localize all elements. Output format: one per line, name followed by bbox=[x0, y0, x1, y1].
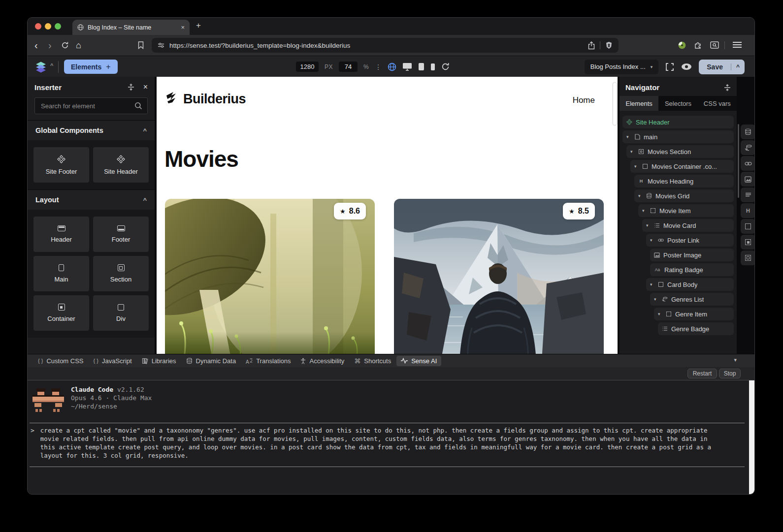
tree-row-site-header[interactable]: Site Header bbox=[622, 116, 734, 128]
builderius-logo-icon[interactable] bbox=[34, 61, 47, 73]
refresh-icon[interactable] bbox=[441, 63, 450, 71]
container-icon[interactable] bbox=[741, 235, 755, 250]
forward-button[interactable]: › bbox=[48, 35, 52, 56]
caret-down-icon[interactable]: ▾ bbox=[658, 312, 662, 316]
canvas-scrollbar[interactable] bbox=[613, 83, 617, 125]
reload-button[interactable] bbox=[61, 41, 69, 49]
caret-down-icon[interactable]: ▾ bbox=[634, 164, 639, 169]
element-card-site-header[interactable]: Site Header bbox=[93, 147, 149, 183]
back-button[interactable]: ‹ bbox=[34, 35, 38, 56]
section-icon[interactable] bbox=[741, 250, 755, 265]
layout-section-header[interactable]: Layout ^ bbox=[28, 189, 155, 210]
browser-tab[interactable]: Blog Index – Site name × bbox=[72, 20, 190, 35]
tree-row-movie-item[interactable]: ▾ Movie Item bbox=[638, 204, 734, 217]
caret-down-icon[interactable]: ▾ bbox=[650, 282, 654, 287]
elements-button[interactable]: Elements + bbox=[64, 60, 118, 74]
collapse-panel-icon[interactable] bbox=[128, 84, 134, 91]
window-search-icon[interactable] bbox=[710, 41, 719, 49]
template-dropdown[interactable]: Blog Posts Index ... ▾ bbox=[585, 60, 659, 74]
collapse-panel-icon[interactable] bbox=[724, 84, 731, 91]
add-element-icon[interactable]: + bbox=[106, 63, 110, 71]
tab-libraries[interactable]: Libraries bbox=[137, 356, 181, 366]
new-tab-button[interactable]: + bbox=[196, 21, 201, 31]
tab-custom-css[interactable]: { } Custom CSS bbox=[33, 356, 88, 366]
heading-icon[interactable]: H bbox=[741, 203, 755, 218]
tab-accessibility[interactable]: Accessibility bbox=[296, 356, 349, 366]
tree-row-movies-container[interactable]: ▾ Movies Container .co... bbox=[630, 160, 734, 173]
element-card-div[interactable]: Div bbox=[93, 295, 149, 331]
query-loop-icon[interactable] bbox=[741, 140, 755, 155]
prompt-input-text[interactable]: create a cpt called "movie" and a taxono… bbox=[40, 426, 711, 460]
tab-css-vars[interactable]: CSS vars bbox=[698, 96, 737, 111]
tree-row-movies-section[interactable]: ▾ Movies Section bbox=[626, 145, 734, 158]
tree-row-genres-list[interactable]: ▾ Genres List bbox=[650, 293, 734, 306]
element-card-main[interactable]: Main bbox=[33, 256, 89, 291]
tab-javascript[interactable]: { } JavaScript bbox=[89, 356, 136, 366]
minimize-window-button[interactable] bbox=[45, 23, 51, 30]
caret-down-icon[interactable]: ▾ bbox=[642, 208, 647, 213]
close-inserter-icon[interactable]: × bbox=[143, 83, 148, 92]
url-bar[interactable]: https://sense.test/?builderius_template=… bbox=[152, 38, 619, 53]
tree-row-card-body[interactable]: ▾ Card Body bbox=[646, 278, 734, 291]
div-icon[interactable] bbox=[741, 219, 755, 234]
bookmark-icon[interactable] bbox=[138, 41, 144, 49]
extension-green-icon[interactable] bbox=[678, 41, 686, 49]
tablet-device-icon[interactable] bbox=[418, 63, 424, 71]
global-components-section-header[interactable]: Global Components ^ bbox=[28, 120, 155, 140]
tree-row-movies-grid[interactable]: ▾ Movies Grid bbox=[634, 189, 734, 202]
caret-down-icon[interactable]: ▾ bbox=[654, 297, 658, 302]
caret-down-icon[interactable]: ▾ bbox=[638, 193, 643, 198]
tree-row-genre-item[interactable]: ▾ Genre Item bbox=[654, 308, 734, 320]
extensions-puzzle-icon[interactable] bbox=[694, 41, 703, 49]
element-card-site-footer[interactable]: Site Footer bbox=[33, 147, 89, 183]
panel-collapse-chevron-icon[interactable]: ▾ bbox=[734, 357, 737, 363]
logo-caret[interactable]: ^ bbox=[50, 63, 53, 68]
tab-close-icon[interactable]: × bbox=[181, 24, 185, 31]
collapse-section-icon[interactable]: ^ bbox=[143, 196, 147, 204]
desktop-device-icon[interactable] bbox=[402, 63, 412, 71]
tab-sense-ai[interactable]: Sense AI bbox=[396, 356, 441, 366]
image-icon[interactable] bbox=[741, 172, 755, 187]
tree-row-poster-link[interactable]: ▾ Poster Link bbox=[646, 234, 734, 247]
site-settings-icon[interactable] bbox=[158, 42, 164, 49]
element-card-header[interactable]: Header bbox=[33, 217, 89, 252]
link-icon[interactable] bbox=[741, 156, 755, 171]
terminal-scrollbar[interactable] bbox=[749, 380, 755, 495]
save-options-caret[interactable]: ^ bbox=[731, 63, 745, 70]
caret-down-icon[interactable]: ▾ bbox=[626, 134, 631, 139]
rich-text-icon[interactable] bbox=[741, 188, 755, 202]
url-text[interactable]: https://sense.test/?builderius_template=… bbox=[169, 42, 583, 49]
save-button[interactable]: Save bbox=[699, 63, 731, 71]
terminal-prompt[interactable]: > create a cpt called "movie" and a taxo… bbox=[30, 423, 745, 467]
tab-translations[interactable]: A Translations bbox=[241, 356, 295, 366]
home-button[interactable]: ⌂ bbox=[76, 35, 81, 56]
mobile-device-icon[interactable] bbox=[430, 63, 435, 71]
caret-down-icon[interactable]: ▾ bbox=[630, 149, 635, 154]
share-icon[interactable] bbox=[588, 41, 595, 50]
tree-row-poster-image[interactable]: Poster Image bbox=[650, 249, 734, 261]
tree-row-genre-badge[interactable]: Genre Badge bbox=[658, 322, 734, 335]
zoom-window-button[interactable] bbox=[55, 23, 61, 30]
movie-card-2[interactable]: ★ 8.5 bbox=[394, 199, 604, 354]
element-card-section[interactable]: Section bbox=[93, 256, 149, 291]
database-icon[interactable] bbox=[741, 125, 755, 139]
tree-row-movies-heading[interactable]: H Movies Heading bbox=[634, 175, 734, 188]
preview-eye-icon[interactable] bbox=[681, 63, 692, 70]
collapse-section-icon[interactable]: ^ bbox=[143, 127, 147, 134]
stop-button[interactable]: Stop bbox=[719, 369, 741, 378]
tree-row-main[interactable]: ▾ main bbox=[622, 130, 734, 143]
tree-scrollbar[interactable] bbox=[738, 124, 739, 198]
tab-dynamic-data[interactable]: Dynamic Data bbox=[182, 356, 241, 366]
viewport-width-input[interactable] bbox=[296, 62, 319, 72]
movie-card-1[interactable]: ★ 8.6 bbox=[165, 199, 375, 354]
more-options-kebab-icon[interactable]: ⋮ bbox=[375, 63, 382, 71]
restart-button[interactable]: Restart bbox=[687, 369, 717, 378]
caret-down-icon[interactable]: ▾ bbox=[646, 223, 651, 228]
brave-shield-icon[interactable] bbox=[605, 41, 613, 49]
fullscreen-icon[interactable] bbox=[665, 63, 674, 71]
canvas-preview[interactable]: Builderius Home Movies bbox=[157, 77, 618, 354]
element-card-footer[interactable]: Footer bbox=[93, 217, 149, 252]
menu-hamburger-icon[interactable] bbox=[732, 40, 742, 49]
close-window-button[interactable] bbox=[35, 23, 41, 30]
search-input[interactable] bbox=[40, 102, 134, 110]
